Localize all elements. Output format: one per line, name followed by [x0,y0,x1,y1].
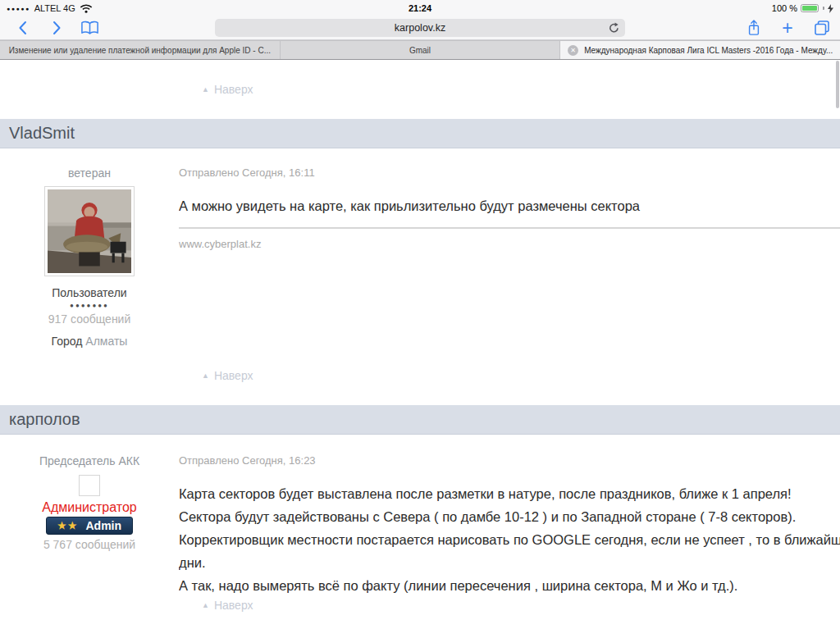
post-content-column: Отправлено Сегодня, 16:11 А можно увидет… [179,148,840,348]
wifi-icon [80,4,93,13]
forward-button[interactable] [46,19,67,37]
message-line: Карта секторов будет выставлена после ра… [179,482,840,505]
battery-icon [801,4,819,12]
charging-bolt-icon [828,4,833,13]
member-title: ветеран [0,166,179,180]
url-text: karpolov.kz [395,22,445,34]
back-to-top-link[interactable]: ▲ Наверх [202,83,253,96]
post-content-column: Отправлено Сегодня, 16:23 Карта секторов… [179,435,840,597]
tab-apple-id[interactable]: Изменение или удаление платежной информа… [0,41,281,59]
avatar[interactable] [44,186,135,276]
tab-forum-active[interactable]: ✕ Международная Карповая Лига ICL Master… [560,41,840,59]
up-arrow-icon: ▲ [202,85,209,93]
new-tab-button[interactable]: + [777,19,798,37]
back-to-top-label: Наверх [214,369,253,382]
carrier-label: ALTEL 4G [34,3,75,13]
avatar-photo [48,189,131,273]
post-timestamp: Отправлено Сегодня, 16:11 [179,166,840,179]
tab-gmail[interactable]: Gmail [281,41,561,59]
share-icon[interactable] [743,19,765,37]
back-to-top-link[interactable]: ▲ Наверх [202,369,253,382]
status-right: 100 % [772,3,833,13]
message-line: Сектора будут задействованы с Севера ( п… [179,505,840,528]
badge-stars-icon: ★★ [57,520,79,531]
forum-page: ▲ Наверх VladSmit ветеран [0,60,840,628]
tab-label: Gmail [409,46,431,55]
post-count: 5 767 сообщений [0,538,179,551]
message-line: А так, надо вымерять всё по факту (линии… [179,574,840,597]
author-name[interactable]: VladSmit [9,124,75,143]
tabs-overview-icon[interactable] [811,19,833,37]
post: ветеран [0,148,840,348]
badge-label: Admin [85,519,121,532]
reputation-pips: ●●●●●●● [0,302,179,309]
battery-tip [823,7,824,10]
back-to-top-label: Наверх [214,83,253,96]
address-bar[interactable]: karpolov.kz [215,19,625,37]
post-timestamp: Отправлено Сегодня, 16:23 [179,454,840,467]
post-message: Карта секторов будет выставлена после ра… [179,482,840,597]
status-left: ●●●●● ALTEL 4G [7,3,93,13]
tab-label: Изменение или удаление платежной информа… [9,46,271,55]
battery-percent: 100 % [772,3,797,13]
admin-role-label: Администратор [0,500,179,515]
member-title: Председатель АКК [0,454,179,467]
author-name[interactable]: карполов [9,410,80,429]
status-bar: ●●●●● ALTEL 4G 21:24 100 % [0,0,840,16]
avatar-placeholder[interactable] [79,475,100,496]
bookmarks-icon[interactable] [79,19,100,37]
admin-badge: ★★ Admin [46,517,133,535]
clock: 21:24 [0,3,840,13]
post-count: 917 сообщений [0,312,179,326]
signature-divider [179,227,840,229]
close-tab-icon[interactable]: ✕ [568,45,578,56]
reload-icon[interactable] [609,22,619,34]
post-author-header: карполов [0,405,840,435]
city-label: Город [52,335,83,348]
author-column: ветеран [0,148,179,348]
back-to-top-label: Наверх [214,599,253,612]
scrollbar[interactable] [836,61,839,108]
back-to-top-link[interactable]: ▲ Наверх [202,599,253,612]
message-line: дни. [179,551,840,574]
message-line: Корректировщик местности постарается нар… [179,528,840,551]
ipad-safari-window: ●●●●● ALTEL 4G 21:24 100 % [0,0,840,629]
up-arrow-icon: ▲ [202,601,209,609]
tab-label: Международная Карповая Лига ICL Masters … [584,46,833,55]
post: Председатель АКК Администратор ★★ Admin … [0,435,840,597]
signature-link[interactable]: www.cyberplat.kz [179,238,840,250]
cell-signal-icon: ●●●●● [7,6,30,11]
browser-toolbar: karpolov.kz + [0,16,840,40]
author-column: Председатель АКК Администратор ★★ Admin … [0,435,179,597]
back-button[interactable] [11,19,33,37]
city-value: Алматы [85,335,127,348]
tab-bar: Изменение или удаление платежной информа… [0,40,840,60]
message-line: А можно увидеть на карте, как приьлизите… [179,194,840,217]
post-author-header: VladSmit [0,119,840,148]
city-line: Город Алматы [0,335,179,348]
plus-icon: + [782,20,792,36]
post-message: А можно увидеть на карте, как приьлизите… [179,194,840,217]
up-arrow-icon: ▲ [202,371,209,380]
member-group: Пользователи [0,286,179,299]
